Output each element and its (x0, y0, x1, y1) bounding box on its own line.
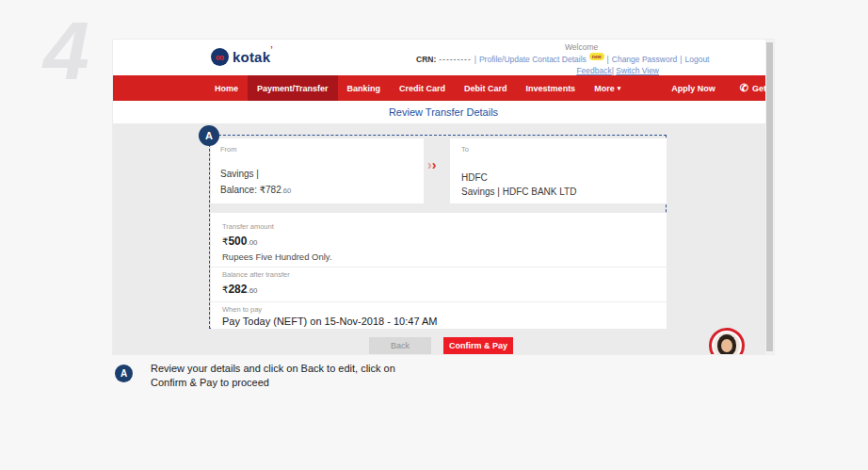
change-password-link[interactable]: Change Password (612, 55, 677, 64)
logout-link[interactable]: Logout (684, 55, 709, 64)
avatar-face (721, 339, 732, 352)
kotak-logo: ∞ kotak’ (211, 48, 273, 66)
main-navigation: Home Payment/Transfer Banking Credit Car… (113, 75, 774, 101)
to-account: Savings | HDFC BANK LTD (461, 186, 655, 197)
transfer-amount-value: ₹500.00 (222, 232, 655, 249)
welcome-text: Welcome (416, 42, 668, 53)
transfer-arrow-icon: ›› (427, 158, 436, 171)
kotak-logo-text: kotak’ (233, 49, 273, 65)
amount-in-words: Rupees Five Hundred Only. (222, 251, 655, 262)
step-number: 4 (43, 9, 89, 92)
from-account: Savings | (220, 169, 414, 179)
avatar (714, 332, 740, 354)
marker-a-badge: A (199, 125, 219, 146)
separator: | (680, 55, 682, 64)
page: 4 ∞ kotak’ Welcome CRN: --------- | Prof… (0, 0, 868, 470)
page-title: Review Transfer Details (113, 101, 774, 123)
profile-update-link[interactable]: Profile/Update Contact Details (479, 55, 587, 64)
balance-after-row: Balance after transfer ₹282.60 (211, 267, 667, 301)
to-bank: HDFC (461, 172, 655, 183)
separator: | (607, 55, 609, 64)
nav-item-banking[interactable]: Banking (338, 75, 391, 101)
when-to-pay-label: When to pay (222, 305, 655, 314)
kotak-logo-icon: ∞ (211, 48, 229, 66)
site-header: ∞ kotak’ Welcome CRN: --------- | Profil… (113, 40, 774, 75)
annotation-a-badge: A (115, 365, 133, 382)
new-badge: new (589, 53, 604, 60)
nav-item-investments[interactable]: Investments (517, 75, 586, 101)
separator: | (474, 55, 476, 64)
nav-item-home[interactable]: Home (205, 75, 248, 101)
transfer-amount-label: Transfer amount (222, 222, 655, 231)
crn-value: --------- (439, 55, 471, 64)
screenshot-frame: ∞ kotak’ Welcome CRN: --------- | Profil… (113, 40, 774, 354)
header-account-area: Welcome CRN: --------- | Profile/Update … (416, 42, 668, 77)
transfer-details-panel: Transfer amount ₹500.00 Rupees Five Hund… (211, 213, 667, 329)
chevron-down-icon: ▾ (618, 85, 621, 92)
from-account-panel: From Savings | Balance: ₹782.60 (211, 138, 424, 203)
balance-after-label: Balance after transfer (222, 270, 655, 279)
phone-icon: ✆ (740, 82, 748, 94)
when-to-pay-row: When to pay Pay Today (NEFT) on 15-Nov-2… (211, 301, 667, 332)
annotation-line2: Confirm & Pay to proceed (151, 376, 395, 390)
confirm-pay-button[interactable]: Confirm & Pay (443, 337, 513, 354)
nav-item-debit-card[interactable]: Debit Card (455, 75, 517, 101)
switch-view-link[interactable]: Switch View (616, 66, 659, 75)
scrollbar-thumb[interactable] (766, 42, 773, 351)
nav-item-more[interactable]: More▾ (585, 75, 630, 101)
scrollbar[interactable] (765, 40, 774, 354)
separator: | (612, 66, 614, 75)
header-links-row: CRN: --------- | Profile/Update Contact … (416, 53, 668, 65)
annotation-line1: Review your details and click on Back to… (151, 362, 395, 376)
nav-item-credit-card[interactable]: Credit Card (390, 75, 455, 101)
to-label: To (461, 145, 655, 154)
kotak-logo-mark: ’ (270, 44, 273, 54)
annotation-text: Review your details and click on Back to… (151, 362, 395, 390)
from-balance: Balance: ₹782.60 (220, 185, 414, 195)
to-account-panel: To HDFC Savings | HDFC BANK LTD (450, 138, 667, 203)
transfer-amount-row: Transfer amount ₹500.00 Rupees Five Hund… (211, 219, 667, 267)
feedback-link[interactable]: Feedback (576, 66, 611, 75)
back-button[interactable]: Back (369, 337, 431, 354)
from-label: From (220, 145, 414, 154)
apply-now-button[interactable]: Apply Now (662, 75, 725, 101)
crn-label: CRN: (416, 55, 436, 64)
when-to-pay-value: Pay Today (NEFT) on 15-Nov-2018 - 10:47 … (222, 316, 655, 327)
nav-item-payment-transfer[interactable]: Payment/Transfer (248, 75, 338, 101)
balance-after-value: ₹282.60 (222, 280, 655, 297)
